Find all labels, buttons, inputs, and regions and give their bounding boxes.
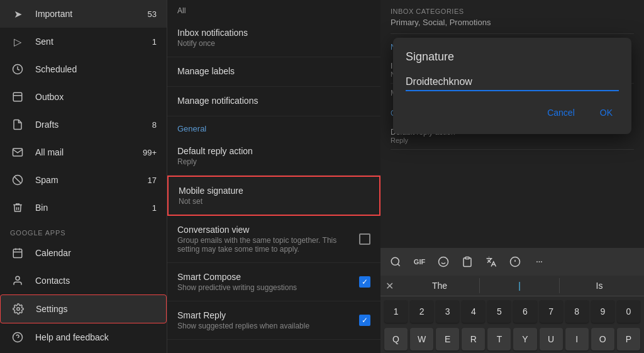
sidebar-item-help[interactable]: Help and feedback	[0, 323, 167, 351]
key-y[interactable]: Y	[513, 328, 536, 350]
sidebar-item-spam[interactable]: Spam 17	[0, 166, 167, 194]
sidebar-item-allmail[interactable]: All mail 99+	[0, 138, 167, 166]
google-apps-section-label: GOOGLE APPS	[0, 221, 167, 239]
sidebar-item-settings[interactable]: Settings	[0, 294, 167, 323]
key-i[interactable]: I	[565, 328, 589, 350]
svg-point-12	[391, 257, 399, 265]
key-4[interactable]: 4	[462, 300, 485, 323]
search-tool-icon[interactable]	[386, 252, 406, 272]
emoji-tool-icon[interactable]	[433, 252, 453, 272]
sidebar-item-label: Important	[35, 9, 142, 19]
key-e[interactable]: E	[436, 328, 459, 350]
key-6[interactable]: 6	[513, 300, 536, 323]
keyboard-rows: 1 2 3 4 5 6 7 8 9 0 Q W E R T Y U I O	[380, 296, 644, 353]
key-5[interactable]: 5	[487, 300, 511, 323]
sidebar-item-label: Calendar	[35, 248, 157, 258]
autocomplete-word-is[interactable]: Is	[560, 278, 639, 293]
allmail-badge: 99+	[142, 148, 157, 157]
key-q[interactable]: Q	[384, 328, 408, 350]
settings-item-inbox-notifications[interactable]: Inbox notifications Notify once	[167, 19, 380, 57]
info-tool-icon[interactable]	[505, 252, 525, 272]
dialog-buttons: Cancel OK	[406, 104, 619, 121]
drafts-icon	[10, 117, 25, 132]
mobile-signature-subtitle: Not set	[179, 197, 369, 206]
settings-general-label: General	[167, 116, 380, 137]
settings-icon	[11, 301, 26, 317]
smart-compose-subtitle: Show predictive writing suggestions	[177, 283, 359, 292]
sidebar-item-calendar[interactable]: Calendar	[0, 239, 167, 267]
sidebar-item-important[interactable]: ➤ Important 53	[0, 0, 167, 28]
settings-item-manage-notifications[interactable]: Manage notifications	[167, 87, 380, 116]
key-r[interactable]: R	[462, 328, 485, 350]
smart-compose-checkbox[interactable]	[359, 276, 370, 288]
key-u[interactable]: U	[540, 328, 563, 350]
default-reply-title: Default reply action	[177, 146, 370, 156]
key-3[interactable]: 3	[436, 300, 459, 323]
dialog-title: Signature	[406, 50, 619, 64]
autocomplete-close[interactable]: ✕	[386, 280, 394, 292]
gif-tool-icon[interactable]: GIF	[409, 252, 430, 272]
svg-point-14	[439, 257, 448, 267]
inbox-notifications-subtitle: Notify once	[177, 39, 370, 48]
smart-reply-checkbox[interactable]	[359, 315, 370, 326]
help-icon	[10, 330, 25, 345]
cancel-button[interactable]: Cancel	[541, 104, 581, 121]
sidebar: ➤ Important 53 ▷ Sent 1 Scheduled Outbox…	[0, 0, 167, 353]
conversation-view-subtitle: Group emails with the same topic togethe…	[177, 236, 359, 254]
important-badge: 53	[142, 9, 157, 19]
settings-item-smart-compose[interactable]: Smart Compose Show predictive writing su…	[167, 263, 380, 301]
settings-item-default-reply[interactable]: Default reply action Reply	[167, 137, 380, 176]
autocomplete-word-cursor: |	[480, 278, 560, 293]
key-9[interactable]: 9	[591, 300, 614, 323]
calendar-icon	[10, 245, 25, 261]
key-t[interactable]: T	[487, 328, 511, 350]
ok-button[interactable]: OK	[594, 104, 619, 121]
key-2[interactable]: 2	[410, 300, 433, 323]
sidebar-item-scheduled[interactable]: Scheduled	[0, 55, 167, 83]
sidebar-item-drafts[interactable]: Drafts 8	[0, 111, 167, 138]
number-row: 1 2 3 4 5 6 7 8 9 0	[380, 296, 644, 325]
manage-labels-title: Manage labels	[177, 66, 370, 76]
key-1[interactable]: 1	[384, 300, 408, 323]
conversation-view-checkbox[interactable]	[359, 233, 370, 245]
conversation-view-title: Conversation view	[177, 225, 359, 235]
signature-dialog: Signature Cancel OK	[393, 38, 631, 134]
key-0[interactable]: 0	[617, 300, 640, 323]
sidebar-item-sent[interactable]: ▷ Sent 1	[0, 28, 167, 55]
right-panel: Inbox categories Primary, Social, Promot…	[380, 0, 644, 353]
default-reply-subtitle: Reply	[177, 157, 370, 166]
settings-item-conversation-view[interactable]: Conversation view Group emails with the …	[167, 216, 380, 263]
settings-item-manage-labels[interactable]: Manage labels	[167, 57, 380, 87]
settings-item-smart-reply[interactable]: Smart Reply Show suggested replies when …	[167, 301, 380, 340]
inbox-notifications-title: Inbox notifications	[177, 28, 370, 38]
contacts-icon	[10, 273, 25, 288]
svg-point-9	[17, 308, 20, 311]
key-7[interactable]: 7	[540, 300, 563, 323]
manage-notifications-title: Manage notifications	[177, 96, 370, 106]
clipboard-tool-icon[interactable]	[457, 252, 477, 272]
sidebar-item-label: Spam	[35, 175, 142, 185]
svg-rect-17	[465, 257, 469, 259]
sidebar-item-label: Outbox	[35, 92, 142, 102]
bin-badge: 1	[142, 203, 157, 213]
inbox-categories-value: Primary, Social, Promotions	[391, 18, 634, 34]
sidebar-item-contacts[interactable]: Contacts	[0, 267, 167, 294]
settings-item-mobile-signature[interactable]: Mobile signature Not set	[167, 176, 380, 216]
inbox-categories-label: Inbox categories	[391, 8, 634, 15]
sidebar-item-outbox[interactable]: Outbox	[0, 83, 167, 111]
key-8[interactable]: 8	[565, 300, 589, 323]
signature-input[interactable]	[406, 74, 619, 91]
key-p[interactable]: P	[617, 328, 640, 350]
key-o[interactable]: O	[591, 328, 614, 350]
sidebar-item-bin[interactable]: Bin 1	[0, 194, 167, 221]
drafts-badge: 8	[142, 120, 157, 130]
key-w[interactable]: W	[410, 328, 433, 350]
sidebar-item-label: Sent	[35, 36, 142, 47]
important-icon: ➤	[10, 6, 25, 21]
svg-line-13	[397, 264, 399, 266]
sidebar-item-label: Contacts	[35, 276, 157, 286]
more-tool-icon[interactable]: ···	[529, 252, 549, 272]
keyboard-area: GIF ··· ✕ The | Is 1	[380, 248, 644, 353]
translate-tool-icon[interactable]	[481, 252, 501, 272]
autocomplete-word-the[interactable]: The	[400, 278, 480, 293]
